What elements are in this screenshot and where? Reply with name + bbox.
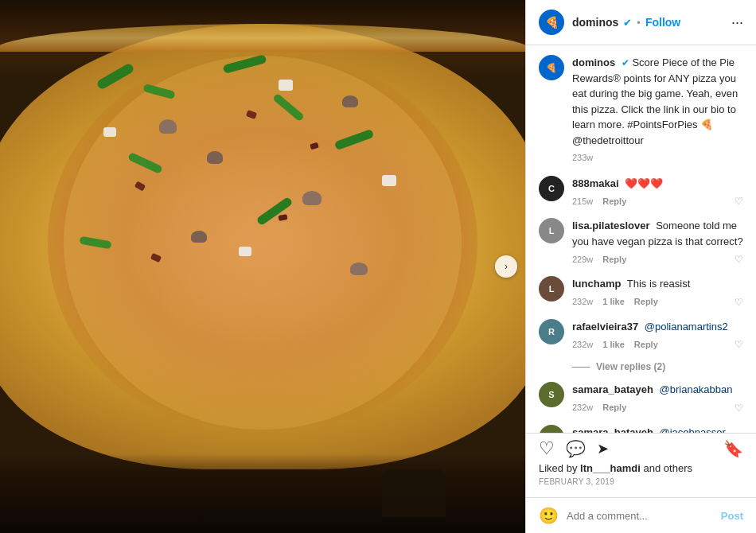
comments-area: 🍕 dominos ✔ Score Piece of the Pie Rewar… [526,45,756,433]
like-comment-button[interactable]: ♡ [735,337,743,352]
commenter-username[interactable]: samara_batayeh [572,426,653,434]
comment-item: R rafaelvieira37 @polianamartins2 232w 1… [539,319,743,352]
comment-text: @jacobnasser [660,426,726,434]
reply-button[interactable]: Reply [602,401,626,414]
commenter-username[interactable]: samara_batayeh [572,383,653,395]
commenter-username[interactable]: 888makai [572,177,619,189]
post-author-username[interactable]: dominos [572,56,615,68]
commenter-username[interactable]: lunchamp [572,278,621,290]
commenter-avatar[interactable]: C [539,176,564,201]
like-comment-button[interactable]: ♡ [735,401,743,415]
like-comment-button[interactable]: ♡ [735,194,743,208]
post-caption-text: Score Piece of the Pie Rewards® points f… [572,56,738,146]
comment-input[interactable] [567,510,721,522]
likes-line: Liked by ltn___hamdi and others [539,462,743,474]
add-comment-bar: 🙂 Post [526,497,756,533]
commenter-avatar[interactable]: L [539,276,564,302]
post-header: 🍕 dominos ✔ • Follow ··· [526,0,756,45]
post-sidebar: 🍕 dominos ✔ • Follow ··· 🍕 dominos ✔ Sco… [525,0,756,533]
share-button[interactable]: ➤ [597,442,609,456]
comment-item: L lisa.pilateslover Someone told me you … [539,218,743,266]
comment-item: S samara_batayeh @brianakabban 232w Repl… [539,382,743,415]
post-image-panel: › [0,0,525,533]
avatar[interactable]: 🍕 [539,10,564,35]
follow-button[interactable]: Follow [645,16,680,29]
separator-dot: • [637,17,641,29]
comment-item: C 888makai ❤️❤️❤️ 215w Reply ♡ [539,176,743,209]
comment-text: @brianakabban [660,383,733,395]
comment-text: ❤️❤️❤️ [625,177,663,189]
next-image-button[interactable]: › [495,255,517,278]
emoji-picker-button[interactable]: 🙂 [539,506,559,525]
liked-by-user[interactable]: ltn___hamdi [580,462,641,474]
reply-button[interactable]: Reply [634,338,658,352]
post-time: 233w [572,151,593,165]
reply-button[interactable]: Reply [602,253,626,266]
post-comment-button[interactable]: Post [721,510,743,522]
comment-item: S samara_batayeh @jacobnasser 232w Reply… [539,425,743,434]
commenter-avatar[interactable]: L [539,218,564,243]
reply-button[interactable]: Reply [602,195,626,208]
like-comment-button[interactable]: ♡ [735,295,743,309]
comment-text: This is reasist [627,278,690,290]
verified-badge: ✔ [623,17,632,29]
commenter-avatar[interactable]: S [539,425,564,434]
comment-button[interactable]: 💬 [566,441,586,457]
header-info: dominos ✔ • Follow [572,16,725,29]
post-caption: 🍕 dominos ✔ Score Piece of the Pie Rewar… [539,55,743,165]
verified-badge-caption: ✔ [622,57,629,68]
commenter-avatar[interactable]: S [539,382,564,407]
reply-button[interactable]: Reply [634,295,658,309]
more-options-button[interactable]: ··· [731,14,743,31]
commenter-username[interactable]: lisa.pilateslover [572,220,650,231]
commenter-avatar[interactable]: R [539,319,564,344]
comment-text: @polianamartins2 [645,321,728,333]
like-button[interactable]: ♡ [539,440,555,457]
post-author-avatar[interactable]: 🍕 [539,55,564,80]
commenter-username[interactable]: rafaelvieira37 [572,321,638,333]
comment-item: L lunchamp This is reasist 232w 1 like R… [539,276,743,309]
view-replies-button[interactable]: View replies (2) [572,361,743,372]
post-date: FEBRUARY 3, 2019 [539,477,743,486]
bookmark-button[interactable]: 🔖 [723,441,743,457]
action-bar: ♡ 💬 ➤ 🔖 Liked by ltn___hamdi and others … [526,433,756,497]
like-comment-button[interactable]: ♡ [735,252,743,266]
header-username[interactable]: dominos [572,16,618,29]
